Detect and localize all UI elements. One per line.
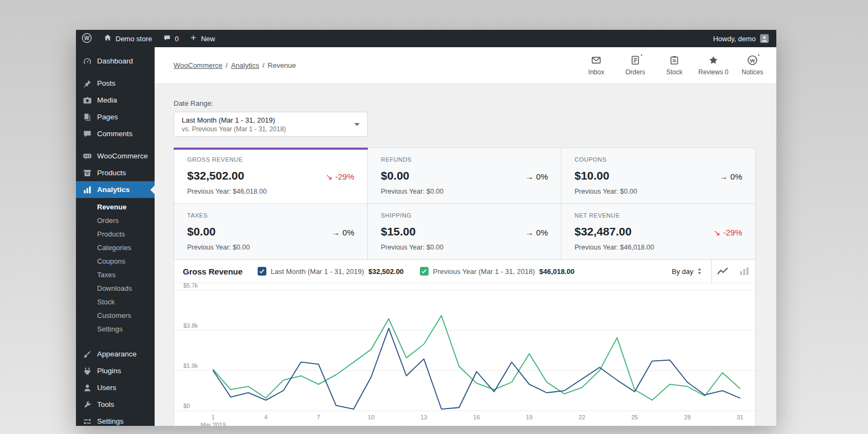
wordpress-notices-icon: W [747, 55, 758, 66]
line-chart-toggle-button[interactable] [712, 260, 733, 283]
activity-inbox-button[interactable]: Inbox [577, 52, 616, 79]
legend-total: $46,018.00 [539, 267, 575, 276]
submenu-item-products[interactable]: Products [76, 227, 155, 241]
checkbox-checked-secondary[interactable] [420, 267, 429, 276]
checkbox-checked-primary[interactable] [258, 267, 266, 276]
svg-text:W: W [750, 58, 755, 63]
submenu-item-taxes[interactable]: Taxes [76, 268, 155, 282]
trend-down-arrow-icon: ↘ [713, 228, 720, 238]
sidebar-item-analytics[interactable]: Analytics [76, 181, 155, 198]
tile-coupons[interactable]: Coupons $10.00 →0% Previous Year: $0.00 [561, 148, 755, 204]
bar-chart-toggle-button[interactable] [733, 260, 755, 283]
sidebar-item-label: Plugins [97, 367, 121, 375]
sidebar-item-pages[interactable]: Pages [76, 108, 155, 125]
tile-delta: →0% [331, 228, 354, 237]
sidebar-item-label: Tools [97, 400, 114, 409]
svg-text:W: W [84, 35, 90, 41]
submenu-item-revenue[interactable]: Revenue [76, 200, 155, 214]
sidebar-item-products[interactable]: Products [76, 164, 155, 181]
sidebar-item-plugins[interactable]: Plugins [76, 362, 155, 379]
tile-shipping[interactable]: Shipping $15.00 →0% Previous Year: $0.00 [368, 204, 561, 260]
comments-bubble-icon [163, 34, 171, 44]
submenu-item-coupons[interactable]: Coupons [76, 254, 155, 268]
tile-refunds[interactable]: Refunds $0.00 →0% Previous Year: $0.00 [368, 148, 561, 204]
submenu-item-categories[interactable]: Categories [76, 241, 155, 254]
sidebar-item-appearance[interactable]: Appearance [76, 346, 155, 362]
sidebar-item-tools[interactable]: Tools [76, 396, 155, 413]
legend-last-month[interactable]: Last Month (Mar 1 - 31, 2019) $32,502.00 [258, 267, 404, 276]
breadcrumb-analytics[interactable]: Analytics [231, 61, 259, 69]
media-icon [82, 95, 92, 105]
pages-icon [82, 112, 92, 122]
trend-flat-arrow-icon: → [525, 228, 533, 237]
admin-menu: Dashboard Posts Media Pages [76, 53, 155, 426]
menu-separator [76, 142, 155, 148]
my-account-menu[interactable]: Howdy, demo [705, 30, 776, 47]
trend-flat-arrow-icon: → [331, 228, 340, 237]
activity-stock-button[interactable]: Stock [655, 52, 694, 79]
site-name-menu[interactable]: Demo store [98, 30, 157, 47]
submenu-item-settings[interactable]: Settings [76, 322, 155, 336]
tile-previous: Previous Year: $46,018.00 [187, 188, 354, 195]
trend-down-arrow-icon: ↘ [326, 172, 333, 182]
activity-reviews-button[interactable]: Reviews 0 [694, 52, 733, 79]
products-icon [82, 168, 92, 178]
legend-previous-year[interactable]: Previous Year (Mar 1 - 31, 2018) $46,018… [420, 267, 575, 276]
activity-label: Inbox [588, 68, 604, 76]
dashboard-icon [82, 56, 92, 66]
svg-text:10: 10 [368, 414, 374, 420]
check-icon [259, 268, 265, 275]
tile-label: Coupons [575, 156, 742, 163]
settings-icon [82, 417, 92, 426]
svg-text:$3.8k: $3.8k [183, 322, 198, 329]
breadcrumb-separator: / [263, 61, 265, 69]
submenu-item-stock[interactable]: Stock [76, 295, 155, 309]
date-range-select[interactable]: Last Month (Mar 1 - 31, 2019) vs. Previo… [174, 112, 368, 137]
line-chart-icon [717, 266, 729, 276]
comments-menu[interactable]: 0 [157, 30, 184, 47]
sidebar-item-label: Comments [97, 130, 132, 138]
interval-select[interactable]: By day [663, 267, 711, 276]
chart-header: Gross Revenue Last Month (Mar 1 - 31, 20… [174, 260, 755, 283]
new-content-menu[interactable]: New [184, 30, 220, 47]
sidebar-item-users[interactable]: Users [76, 379, 155, 396]
tile-delta: ↘-29% [326, 172, 354, 182]
svg-text:22: 22 [579, 414, 585, 420]
sidebar-item-posts[interactable]: Posts [76, 75, 155, 92]
breadcrumb-woocommerce[interactable]: WooCommerce [174, 61, 222, 69]
sidebar-item-settings[interactable]: Settings [76, 413, 155, 426]
svg-text:31: 31 [737, 414, 743, 420]
submenu-item-orders[interactable]: Orders [76, 214, 155, 227]
check-icon [421, 268, 427, 275]
date-range-text: Last Month (Mar 1 - 31, 2019) vs. Previo… [182, 116, 354, 133]
submenu-item-downloads[interactable]: Downloads [76, 282, 155, 295]
summary-tiles: Gross Revenue $32,502.00 ↘-29% Previous … [174, 148, 755, 260]
tile-label: Shipping [381, 212, 548, 219]
users-icon [82, 383, 92, 393]
tile-value: $0.00 [381, 169, 410, 182]
sidebar-item-dashboard[interactable]: Dashboard [76, 53, 155, 69]
comments-count: 0 [175, 35, 178, 43]
trend-flat-arrow-icon: → [525, 172, 533, 181]
sidebar-item-woocommerce[interactable]: WooCommerce [76, 148, 155, 164]
sidebar-item-label: Settings [97, 417, 124, 425]
activity-notices-button[interactable]: W Notices [733, 52, 772, 79]
submenu-item-customers[interactable]: Customers [76, 309, 155, 322]
main-content: WooCommerce / Analytics / Revenue Inbox [155, 47, 776, 426]
sidebar-item-media[interactable]: Media [76, 92, 155, 108]
menu-separator [76, 69, 155, 75]
tile-label: Net Revenue [575, 212, 742, 219]
chevron-down-icon [354, 123, 360, 129]
tile-net-revenue[interactable]: Net Revenue $32,487.00 ↘-29% Previous Ye… [561, 204, 755, 260]
sidebar-item-comments[interactable]: Comments [76, 125, 155, 142]
page-header: WooCommerce / Analytics / Revenue Inbox [155, 47, 776, 84]
tile-gross-revenue[interactable]: Gross Revenue $32,502.00 ↘-29% Previous … [174, 148, 368, 204]
tile-value: $32,502.00 [187, 169, 244, 182]
chart-title: Gross Revenue [183, 267, 242, 276]
activity-orders-button[interactable]: Orders [616, 52, 655, 79]
tile-taxes[interactable]: Taxes $0.00 →0% Previous Year: $0.00 [174, 204, 368, 260]
orders-icon [630, 55, 641, 66]
revenue-chart: $0$1.9k$3.8k$5.7k1471013161922252831Mar … [174, 283, 755, 426]
wp-logo-menu[interactable]: W [76, 30, 98, 47]
inbox-icon [591, 55, 602, 66]
